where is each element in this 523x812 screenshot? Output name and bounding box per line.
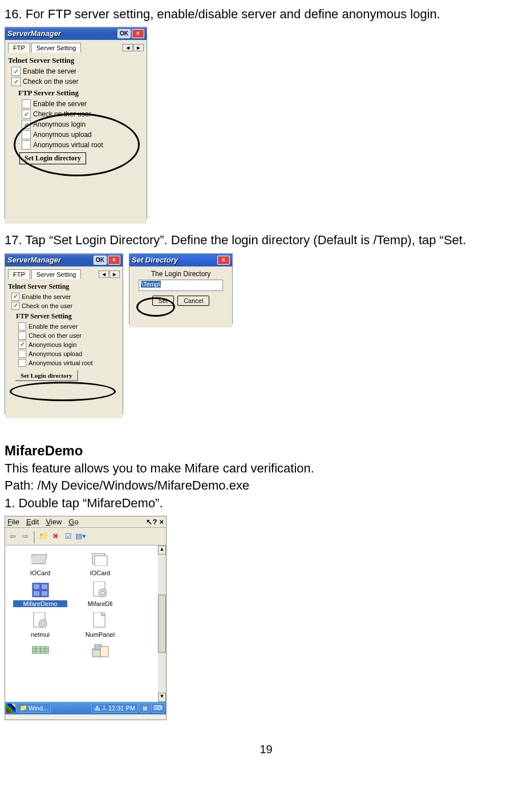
scroll-down-icon[interactable]: ▼: [158, 693, 166, 702]
dll-icon: [90, 581, 111, 599]
close-icon[interactable]: ×: [132, 29, 144, 38]
file-mifaredemo[interactable]: MifareDemo: [13, 581, 67, 607]
properties-icon[interactable]: ☑: [63, 531, 74, 542]
up-folder-icon[interactable]: 📁: [38, 531, 48, 542]
file-mifaredll[interactable]: MifareDll: [73, 581, 127, 607]
checkbox-telnet-checkuser[interactable]: ✓: [11, 77, 21, 86]
set-login-directory-button-2[interactable]: Set Login directory: [15, 370, 78, 381]
checkbox-ftp-anon-upload[interactable]: [22, 130, 31, 139]
tab-scroll-left-icon-2[interactable]: ◄: [99, 270, 109, 278]
checkbox-ftp-checkuser[interactable]: ✓: [22, 110, 31, 119]
set-button[interactable]: Set: [152, 296, 175, 306]
taskbar-systray[interactable]: 🖧 ⊥ 12:31 PM: [91, 703, 138, 713]
svg-point-10: [101, 591, 104, 595]
card-icon: [30, 550, 51, 568]
label-telnet-checkuser-2: Check on the user: [22, 302, 72, 309]
label-ftp-enable: Enable the server: [33, 100, 87, 108]
checkbox-ftp-anon-login[interactable]: ✓: [22, 120, 31, 129]
network-icon: 🖧: [94, 705, 100, 712]
checkbox-ftp-enable-2[interactable]: [18, 322, 26, 330]
screenshot-servermanager-2: ServerManager OK × FTP Server Setting ◄ …: [5, 253, 123, 414]
start-menu-icon[interactable]: [6, 704, 15, 713]
set-login-directory-button[interactable]: Set Login directory: [19, 152, 86, 164]
checkbox-telnet-enable-2[interactable]: ✓: [11, 293, 19, 301]
menu-file[interactable]: File: [7, 518, 19, 526]
titlebar-setdir-title: Set Directory: [132, 255, 178, 265]
file-generic-icon: [90, 612, 111, 630]
menu-go[interactable]: Go: [68, 518, 78, 526]
card-icon: [90, 550, 111, 568]
close-icon-explorer[interactable]: ×: [159, 518, 164, 526]
mifare-step1: 1. Double tap “MifareDemo”.: [5, 496, 523, 511]
scroll-thumb[interactable]: [158, 595, 166, 653]
app-icon: [30, 581, 51, 599]
label-ftp-anon-upload-2: Anonymous upload: [29, 350, 82, 357]
file-partial-1[interactable]: [13, 643, 67, 662]
file-partial-2[interactable]: [73, 643, 127, 662]
checkbox-ftp-anon-upload-2[interactable]: [18, 350, 26, 358]
close-icon-2[interactable]: ×: [108, 256, 120, 265]
label-ftp-anon-login-2: Anonymous login: [29, 341, 76, 348]
taskbar-sip-icon[interactable]: ⌨: [151, 703, 165, 713]
keyboard-icon: [30, 643, 51, 661]
step17-text: 17. Tap “Set Login Directory”. Define th…: [5, 233, 523, 248]
checkbox-ftp-enable[interactable]: [22, 99, 31, 108]
svg-point-13: [41, 622, 44, 625]
ok-button[interactable]: OK: [117, 29, 131, 38]
cancel-button[interactable]: Cancel: [177, 296, 209, 306]
titlebar-title: ServerManager: [7, 29, 61, 39]
delete-icon[interactable]: ✖: [51, 531, 61, 542]
scroll-up-icon[interactable]: ▲: [158, 546, 166, 555]
label-ftp-anon-upload: Anonymous upload: [33, 131, 92, 139]
taskbar: 📁 Wind... 🖧 ⊥ 12:31 PM 🖥 ⌨: [5, 702, 166, 714]
titlebar-setdir: Set Directory ×: [129, 254, 232, 266]
checkbox-telnet-checkuser-2[interactable]: ✓: [11, 302, 19, 310]
label-ftp-checkuser: Check on ther user: [33, 110, 91, 118]
tab-ftp[interactable]: FTP: [8, 43, 30, 52]
checkbox-ftp-anon-vroot[interactable]: [22, 140, 31, 150]
checkbox-ftp-anon-vroot-2[interactable]: [18, 359, 26, 367]
telnet-group-title-2: Telnet Server Setting: [8, 282, 120, 291]
taskbar-window-button[interactable]: 📁 Wind...: [17, 703, 51, 713]
mifare-heading: MifareDemo: [5, 443, 523, 459]
tab-scroll-right-icon-2[interactable]: ►: [110, 270, 120, 278]
menu-edit[interactable]: Edit: [26, 518, 39, 526]
tab-server-setting-2[interactable]: Server Setting: [31, 269, 82, 279]
label-telnet-enable-2: Enable the server: [22, 293, 71, 300]
tab-scroll-left-icon[interactable]: ◄: [123, 44, 133, 51]
close-icon-setdir[interactable]: ×: [217, 256, 230, 265]
file-iocard-2[interactable]: IOCard: [73, 550, 127, 576]
view-mode-icon[interactable]: ▤▾: [76, 531, 86, 542]
ok-button-2[interactable]: OK: [94, 256, 107, 265]
dll-icon: [30, 612, 51, 630]
ftp-group-title: FTP Server Setting: [18, 88, 144, 98]
file-iocard-1[interactable]: IOCard: [13, 550, 67, 576]
checkbox-ftp-checkuser-2[interactable]: [18, 332, 26, 340]
screenshot-set-directory: Set Directory × The Login Directory \Tem…: [129, 253, 233, 324]
regedit-icon: [90, 643, 111, 661]
svg-rect-5: [42, 584, 47, 589]
help-icon[interactable]: ↖?: [146, 518, 157, 526]
svg-rect-7: [42, 591, 47, 596]
step16-text: 16. For FTP server setting, enable/disab…: [5, 7, 523, 22]
file-netmui[interactable]: netmui: [13, 612, 67, 638]
label-ftp-anon-login: Anonymous login: [33, 120, 86, 128]
taskbar-desktop-icon[interactable]: 🖥: [139, 704, 150, 713]
tab-ftp-2[interactable]: FTP: [8, 269, 30, 279]
folder-icon: 📁: [19, 704, 27, 712]
back-icon[interactable]: ⇦: [7, 531, 18, 542]
menu-view[interactable]: View: [46, 518, 62, 526]
menubar: File Edit View Go ↖? ×: [5, 516, 166, 528]
svg-rect-6: [34, 591, 39, 596]
scrollbar[interactable]: ▲ ▼: [158, 546, 166, 702]
forward-icon[interactable]: ⇨: [20, 531, 30, 542]
screenshot-servermanager-1: ServerManager OK × FTP Server Setting ◄ …: [5, 27, 147, 219]
login-directory-input[interactable]: \Temp\: [139, 280, 223, 291]
checkbox-telnet-enable[interactable]: ✓: [11, 67, 21, 76]
taskbar-time: 12:31 PM: [108, 705, 135, 712]
tab-server-setting[interactable]: Server Setting: [31, 43, 82, 52]
tab-scroll-right-icon[interactable]: ►: [133, 44, 144, 51]
screenshot-explorer: File Edit View Go ↖? × ⇦ ⇨ | 📁 ✖ ☑ ▤▾ IO…: [5, 516, 167, 720]
file-numpanel[interactable]: NumPanel: [73, 612, 127, 638]
checkbox-ftp-anon-login-2[interactable]: ✓: [18, 341, 26, 349]
